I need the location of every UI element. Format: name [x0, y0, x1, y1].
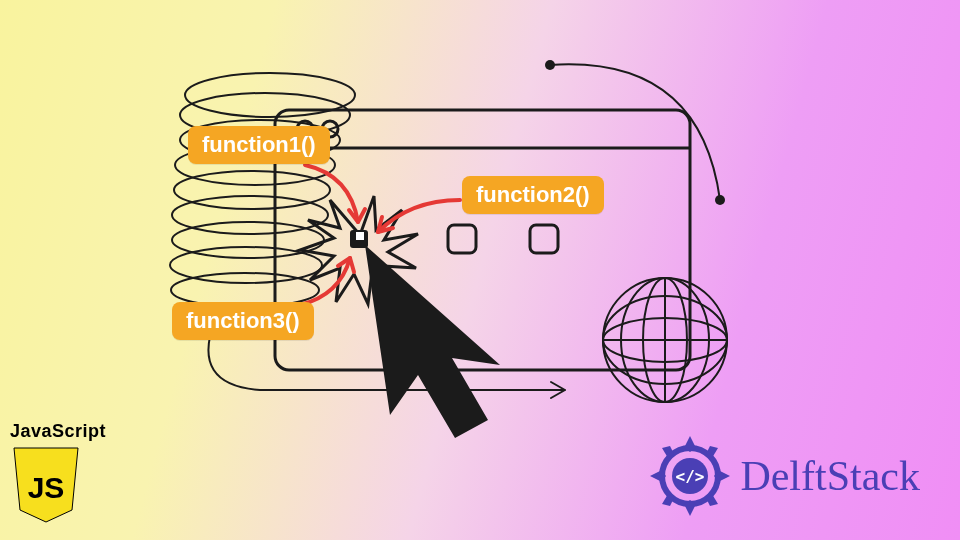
badge-function2: function2(): [462, 176, 604, 214]
javascript-logo: JavaScript JS: [10, 421, 110, 528]
diagram-stage: function1() function2() function3() Java…: [0, 0, 960, 540]
delftstack-wordmark: DelftStack: [740, 452, 920, 500]
delftstack-emblem-icon: </>: [650, 436, 730, 516]
badge-function3: function3(): [172, 302, 314, 340]
js-monogram: JS: [28, 471, 65, 504]
svg-rect-18: [356, 232, 364, 240]
svg-point-4: [174, 171, 330, 209]
javascript-logo-title: JavaScript: [10, 421, 110, 442]
svg-text:</>: </>: [676, 467, 705, 486]
svg-rect-15: [448, 225, 476, 253]
svg-point-10: [715, 195, 725, 205]
svg-point-9: [545, 60, 555, 70]
svg-rect-16: [530, 225, 558, 253]
badge-function1: function1(): [188, 126, 330, 164]
delftstack-logo: </> DelftStack: [650, 436, 920, 516]
js-shield-icon: JS: [10, 446, 82, 524]
